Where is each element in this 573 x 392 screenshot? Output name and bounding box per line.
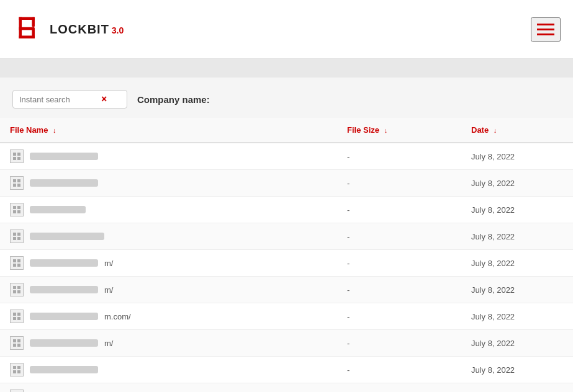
file-table-container: File Name ↓ File Size ↓ Date ↓ █████████… xyxy=(0,118,573,392)
hamburger-line-1 xyxy=(537,24,554,25)
svg-rect-32 xyxy=(13,317,16,320)
svg-rect-34 xyxy=(13,339,16,342)
svg-rect-28 xyxy=(13,290,16,293)
file-type-icon xyxy=(10,203,24,216)
svg-rect-23 xyxy=(17,259,20,262)
header: LOCKBIT 3.0 xyxy=(0,0,573,59)
svg-rect-27 xyxy=(17,286,20,289)
lockbit-logo-svg xyxy=(14,14,48,45)
table-row: █████████m.com/-July 8, 2022 xyxy=(0,303,573,330)
svg-rect-12 xyxy=(13,184,16,187)
table-row: █████████-July 8, 2022 xyxy=(0,223,573,250)
logo-icon xyxy=(12,12,50,47)
svg-rect-6 xyxy=(13,153,16,156)
file-name-cell: █████████m/ xyxy=(0,330,337,357)
svg-rect-15 xyxy=(17,206,20,209)
file-size-cell: - xyxy=(337,277,461,303)
svg-rect-40 xyxy=(13,370,16,373)
date-cell: July 8, 2022 xyxy=(461,357,573,383)
file-name-cell: █████████ xyxy=(0,223,337,250)
svg-rect-35 xyxy=(17,339,20,342)
file-name-cell: █████████m/ xyxy=(0,250,337,277)
table-row: █████████m/-July 8, 2022 xyxy=(0,330,573,357)
file-size-cell: - xyxy=(337,303,461,330)
search-input[interactable]: Instant search xyxy=(19,95,100,104)
svg-rect-8 xyxy=(13,157,16,160)
file-type-icon xyxy=(10,310,24,323)
file-name-cell: █████████ xyxy=(0,383,337,393)
blurred-filename: █████████ xyxy=(30,366,98,373)
svg-rect-39 xyxy=(17,366,20,369)
search-bar: Instant search × Company name: xyxy=(0,78,573,118)
col-filesize[interactable]: File Size ↓ xyxy=(337,118,461,143)
hamburger-button[interactable] xyxy=(531,17,561,42)
filename-sort-arrow: ↓ xyxy=(53,127,56,134)
logo-bit-text: BIT xyxy=(88,22,109,37)
date-cell: July 8, 2022 xyxy=(461,277,573,303)
svg-rect-29 xyxy=(17,290,20,293)
company-label: Company name: xyxy=(137,94,210,105)
file-size-cell: - xyxy=(337,357,461,383)
blurred-filename: █████████ xyxy=(30,286,98,293)
file-size-cell: - xyxy=(337,223,461,250)
svg-rect-30 xyxy=(13,313,16,316)
date-cell: July 8, 2022 xyxy=(461,303,573,330)
filesize-sort-arrow: ↓ xyxy=(384,127,388,134)
file-name-cell: █████████m/ xyxy=(0,277,337,303)
blurred-filename: █████████ xyxy=(30,206,86,213)
file-type-icon xyxy=(10,256,24,270)
col-filename[interactable]: File Name ↓ xyxy=(0,118,337,143)
file-type-icon xyxy=(10,336,24,350)
logo-version-text: 3.0 xyxy=(112,25,124,35)
table-header: File Name ↓ File Size ↓ Date ↓ xyxy=(0,118,573,143)
svg-rect-21 xyxy=(17,237,20,240)
svg-rect-4 xyxy=(32,17,35,27)
svg-rect-17 xyxy=(17,210,20,213)
file-type-icon xyxy=(10,149,24,163)
blurred-filename: █████████ xyxy=(30,259,98,267)
svg-rect-33 xyxy=(17,317,20,320)
file-size-cell: - xyxy=(337,170,461,197)
file-name-cell: █████████ xyxy=(0,197,337,223)
svg-rect-38 xyxy=(13,366,16,369)
blurred-filename: █████████ xyxy=(30,313,98,320)
svg-rect-2 xyxy=(19,27,32,30)
filename-suffix: m/ xyxy=(104,259,113,268)
table-body: █████████-July 8, 2022█████████-July 8, … xyxy=(0,143,573,392)
filename-suffix: m/ xyxy=(104,339,113,348)
blurred-filename: █████████ xyxy=(30,179,98,187)
file-size-cell: - xyxy=(337,250,461,277)
svg-rect-25 xyxy=(17,264,20,267)
file-size-cell: - xyxy=(337,330,461,357)
date-cell: July 8, 2022 xyxy=(461,250,573,277)
date-cell: July 8, 2022 xyxy=(461,383,573,393)
file-size-cell: - xyxy=(337,197,461,223)
svg-rect-31 xyxy=(17,313,20,316)
file-type-icon xyxy=(10,363,24,376)
svg-rect-5 xyxy=(32,27,35,38)
file-type-icon xyxy=(10,390,24,392)
svg-rect-37 xyxy=(17,344,20,347)
file-type-icon xyxy=(10,283,24,296)
svg-rect-41 xyxy=(17,370,20,373)
date-cell: July 8, 2022 xyxy=(461,197,573,223)
hamburger-line-3 xyxy=(537,33,554,35)
table-row: █████████m/-July 8, 2022 xyxy=(0,277,573,303)
blurred-filename: █████████ xyxy=(30,233,104,240)
date-cell: July 8, 2022 xyxy=(461,143,573,170)
search-clear-button[interactable]: × xyxy=(100,94,108,104)
file-name-cell: █████████ xyxy=(0,143,337,170)
svg-rect-36 xyxy=(13,344,16,347)
svg-rect-13 xyxy=(17,184,20,187)
file-size-cell: - xyxy=(337,383,461,393)
filename-suffix: m/ xyxy=(104,285,113,295)
svg-rect-14 xyxy=(13,206,16,209)
logo-lock-text: LOCK xyxy=(50,22,88,37)
svg-rect-26 xyxy=(13,286,16,289)
banner-area xyxy=(0,59,573,78)
table-row: █████████-July 8, 2022 xyxy=(0,170,573,197)
svg-rect-7 xyxy=(17,153,20,156)
file-name-cell: █████████ xyxy=(0,170,337,197)
col-date[interactable]: Date ↓ xyxy=(461,118,573,143)
date-sort-arrow: ↓ xyxy=(494,127,497,134)
